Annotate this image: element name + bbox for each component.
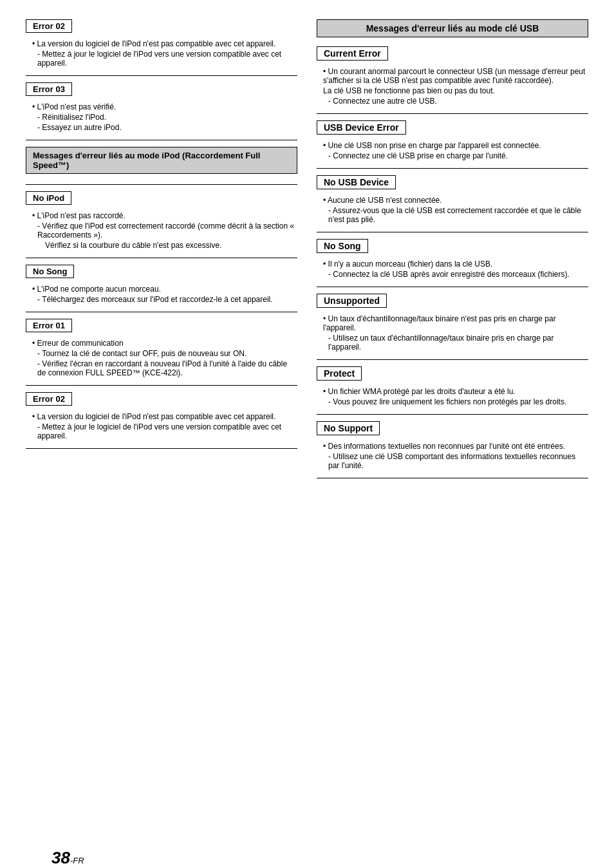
page-number-value: 38 (51, 848, 70, 867)
section-no-ipod: No iPod L'iPod n'est pas raccordé. Vérif… (26, 191, 297, 258)
section-unsupported: Unsupported Un taux d'échantillonnage/ta… (317, 294, 588, 360)
sub-error02b-1: Mettez à jour le logiciel de l'iPod vers… (37, 422, 297, 440)
sub-current-error-1: Connectez une autre clé USB. (328, 97, 588, 106)
section-title-usb-device-error: USB Device Error (317, 120, 406, 135)
page-layout: Error 02 La version du logiciel de l'iPo… (26, 19, 588, 485)
page-number-suffix: -FR (70, 856, 84, 865)
sub-no-usb-device-1: Assurez-vous que la clé USB est correcte… (328, 206, 588, 224)
section-title-no-song-right: No Song (317, 239, 368, 253)
section-title-no-song-left: No Song (26, 265, 74, 278)
bullet-no-usb-device-1: Aucune clé USB n'est connectée. (323, 196, 588, 205)
right-column: Messages d'erreur liés au mode clé USB C… (317, 19, 588, 485)
section-title-error02b: Error 02 (26, 392, 72, 406)
section-title-unsupported: Unsupported (317, 294, 387, 308)
section-title-error02a: Error 02 (26, 19, 72, 33)
sub-error03-1: Réinitialisez l'iPod. (37, 113, 297, 122)
page-number: 38-FR (51, 848, 84, 868)
sub-unsupported-1: Utilisez un taux d'échantillonnage/taux … (328, 334, 588, 352)
section-usb-device-error: USB Device Error Une clé USB non prise e… (317, 120, 588, 169)
section-current-error: Current Error Un courant anormal parcour… (317, 46, 588, 114)
section-error02a: Error 02 La version du logiciel de l'iPo… (26, 19, 297, 76)
sub-no-song-left-1: Téléchargez des morceaux sur l'iPod et r… (37, 295, 297, 304)
section-error01: Error 01 Erreur de communication Tournez… (26, 319, 297, 386)
section-no-song-left: No Song L'iPod ne comporte aucun morceau… (26, 265, 297, 312)
bullet-no-song-left-1: L'iPod ne comporte aucun morceau. (32, 285, 297, 294)
sub-no-ipod-1: Vérifiez que l'iPod est correctement rac… (37, 222, 297, 240)
section-title-current-error: Current Error (317, 46, 388, 61)
section-ipod-mode-header: Messages d'erreur liés au mode iPod (Rac… (26, 147, 297, 185)
section-title-error03: Error 03 (26, 82, 72, 96)
sub-error03-2: Essayez un autre iPod. (37, 123, 297, 132)
section-protect: Protect Un fichier WMA protégé par les d… (317, 366, 588, 415)
bullet-error02b-1: La version du logiciel de l'iPod n'est p… (32, 412, 297, 421)
sub-usb-device-error-1: Connectez une clé USB prise en charge pa… (328, 151, 588, 160)
section-no-usb-device: No USB Device Aucune clé USB n'est conne… (317, 175, 588, 232)
left-column: Error 02 La version du logiciel de l'iPo… (26, 19, 297, 485)
usb-mode-main-header: Messages d'erreur liés au mode clé USB (317, 19, 588, 37)
section-error03: Error 03 L'iPod n'est pas vérifié. Réini… (26, 82, 297, 140)
bullet-error03-1: L'iPod n'est pas vérifié. (32, 102, 297, 111)
sub-protect-1: Vous pouvez lire uniquement les fichiers… (328, 397, 588, 406)
bullet-protect-1: Un fichier WMA protégé par les droits d'… (323, 387, 588, 396)
sub-error01-1: Tournez la clé de contact sur OFF, puis … (37, 349, 297, 358)
section-no-song-right: No Song Il n'y a aucun morceau (fichier)… (317, 239, 588, 287)
section-error02b: Error 02 La version du logiciel de l'iPo… (26, 392, 297, 449)
bullet-no-support-1: Des informations textuelles non reconnue… (323, 442, 588, 451)
bullet-unsupported-1: Un taux d'échantillonnage/taux binaire n… (323, 314, 588, 332)
bullet-error02a-1: La version du logiciel de l'iPod n'est p… (32, 39, 297, 48)
sub-error02a-1-1: Mettez à jour le logiciel de l'iPod vers… (37, 50, 297, 68)
section-title-error01: Error 01 (26, 319, 72, 332)
section-title-no-support: No Support (317, 421, 380, 435)
cont-current-error-1: La clé USB ne fonctionne pas bien ou pas… (323, 86, 588, 95)
bullet-no-ipod-1: L'iPod n'est pas raccordé. (32, 211, 297, 220)
section-no-support: No Support Des informations textuelles n… (317, 421, 588, 478)
bullet-usb-device-error-1: Une clé USB non prise en charge par l'ap… (323, 141, 588, 150)
sub-no-support-1: Utilisez une clé USB comportant des info… (328, 452, 588, 470)
bullet-no-song-right-1: Il n'y a aucun morceau (fichier) dans la… (323, 259, 588, 269)
ipod-mode-header-title: Messages d'erreur liés au mode iPod (Rac… (26, 147, 297, 174)
bullet-error01-1: Erreur de communication (32, 339, 297, 348)
sub-error01-2: Vérifiez l'écran en raccordant à nouveau… (37, 359, 297, 377)
cont-no-ipod-1: Vérifiez si la courbure du câble n'est p… (45, 241, 297, 250)
section-title-protect: Protect (317, 366, 362, 381)
bullet-current-error-1: Un courant anormal parcourt le connecteu… (323, 67, 588, 85)
section-title-no-usb-device: No USB Device (317, 175, 396, 189)
section-title-no-ipod: No iPod (26, 191, 71, 205)
sub-no-song-right-1: Connectez la clé USB après avoir enregis… (328, 270, 588, 279)
